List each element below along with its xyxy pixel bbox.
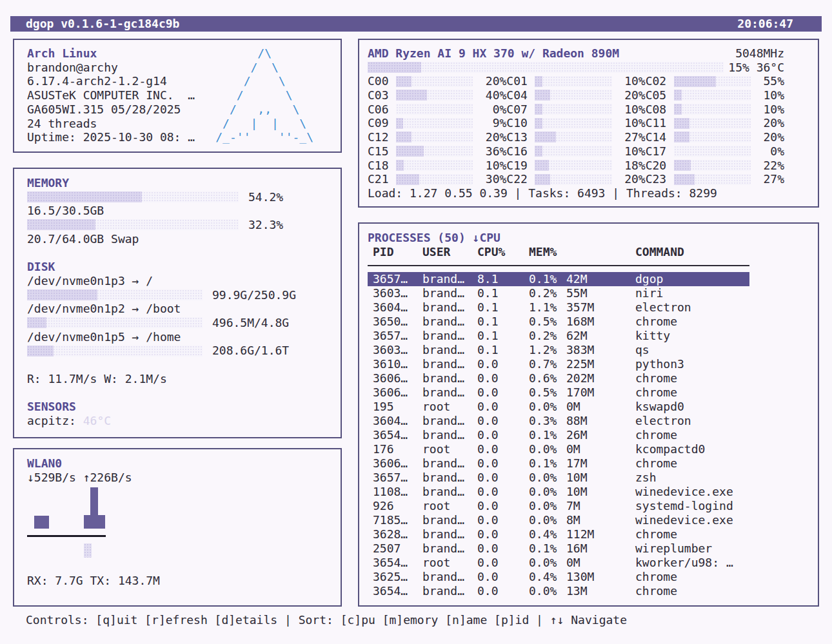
core-percent: 27% [755, 172, 784, 186]
process-row[interactable]: 3657…brand…0.00.0%10Mzsh [368, 471, 749, 485]
process-row[interactable]: 7185…brand…0.00.0%8Mwinedevice.exe [368, 513, 749, 527]
process-pid: 3654… [373, 428, 422, 442]
core-label: C14 [646, 130, 674, 144]
process-row[interactable]: 176root0.00.0%0Mkcompactd0 [368, 442, 749, 456]
process-row[interactable]: 3657…brand…0.10.2%62Mkitty [368, 329, 749, 343]
process-row[interactable]: 3610…brand…0.00.7%225Mpython3 [368, 357, 749, 371]
cpu-core-c15: C1536% [368, 144, 506, 159]
process-size: 202M [566, 371, 635, 385]
col-user: USER [422, 245, 477, 259]
process-row[interactable]: 3654…root0.00.0%0Mkworker/u98: … [368, 556, 749, 570]
process-command: chrome [635, 428, 749, 442]
process-row[interactable]: 1108…brand…0.00.0%10Mwinedevice.exe [368, 485, 749, 499]
core-label: C10 [506, 116, 535, 130]
process-user: root [422, 499, 477, 513]
core-usage-bar [396, 104, 473, 115]
core-label: C09 [368, 116, 396, 130]
process-user: brand… [422, 343, 477, 357]
process-rows: 3657…brand…8.10.1%42Mdgop3603…brand…0.10… [368, 272, 818, 598]
core-label: C16 [506, 144, 535, 159]
arch-logo-ascii: /\ / \ / \ / \ / ,, \ / | | \ /_-'' ''-_… [215, 46, 313, 144]
processes-heading: PROCESSES (50) ↓CPU [368, 231, 818, 245]
core-usage-fill [535, 76, 542, 87]
process-pid: 195 [373, 400, 422, 414]
disk-usage-bar [27, 346, 203, 356]
core-label: C03 [368, 88, 396, 102]
process-command: winedevice.exe [635, 485, 749, 499]
ram-usage-row: 54.2% [27, 190, 341, 204]
core-label: C22 [506, 172, 535, 186]
process-cpu: 0.0 [477, 428, 529, 442]
core-percent: 20% [477, 130, 506, 144]
core-usage-bar [535, 90, 611, 101]
swap-usage-bar [27, 219, 239, 230]
process-user: brand… [422, 428, 477, 442]
process-row[interactable]: 3604…brand…0.00.3%88Melectron [368, 414, 749, 428]
process-row[interactable]: 3606…brand…0.00.1%17Mchrome [368, 456, 749, 471]
process-command: kitty [635, 329, 749, 343]
process-row[interactable]: 3628…brand…0.00.4%112Mchrome [368, 527, 749, 542]
process-pid: 3606… [373, 385, 422, 400]
process-size: 55M [566, 286, 635, 300]
swap-usage-text: 20.7/64.0GB Swap [27, 232, 341, 246]
core-percent: 10% [755, 102, 784, 117]
process-mem: 0.4% [529, 570, 566, 584]
process-row[interactable]: 3657…brand…8.10.1%42Mdgop [368, 272, 749, 286]
titlebar: dgop v0.1.6-1-gc184c9b 20:06:47 [10, 16, 822, 32]
core-percent: 10% [477, 159, 506, 173]
process-user: brand… [422, 329, 477, 343]
process-row[interactable]: 3654…brand…0.00.0%13Mchrome [368, 584, 749, 598]
header-divider [368, 265, 749, 266]
process-command: systemd-logind [635, 499, 749, 513]
core-usage-bar [396, 118, 473, 129]
core-usage-bar [674, 132, 751, 142]
process-size: 10M [566, 485, 635, 499]
cpu-core-c08: C0810% [646, 102, 784, 117]
process-table-header: PID USER CPU% MEM% COMMAND [368, 245, 749, 259]
cpu-core-c17: C170% [646, 144, 784, 159]
system-panel: Arch Linux brandon@archy 6.17.4-arch2-1.… [13, 39, 342, 153]
process-row[interactable]: 926root0.00.0%7Msystemd-logind [368, 499, 749, 513]
process-size: 13M [566, 584, 635, 598]
core-percent: 40% [477, 88, 506, 102]
cpu-core-c05: C0510% [646, 88, 784, 102]
disk-device: /dev/nvme0n1p2 → /boot [27, 302, 341, 316]
process-user: brand… [422, 300, 477, 315]
process-row[interactable]: 3603…brand…0.11.2%383Mqs [368, 343, 749, 357]
cpu-core-c01: C0110% [506, 74, 645, 88]
process-size: 62M [566, 329, 635, 343]
process-command: wireplumber [635, 542, 749, 556]
core-percent: 0% [755, 144, 784, 159]
process-user: brand… [422, 315, 477, 329]
process-row[interactable]: 3625…brand…0.00.4%130Mchrome [368, 570, 749, 584]
core-usage-fill [674, 76, 717, 87]
process-row[interactable]: 195root0.00.0%0Mkswapd0 [368, 400, 749, 414]
cpu-core-c21: C2130% [368, 172, 506, 186]
core-usage-bar [674, 174, 751, 185]
process-pid: 926 [373, 499, 422, 513]
process-row[interactable]: 3654…brand…0.00.1%26Mchrome [368, 428, 749, 442]
core-usage-fill [674, 174, 695, 185]
process-command: winedevice.exe [635, 513, 749, 527]
process-mem: 0.5% [529, 385, 566, 400]
process-size: 112M [566, 527, 635, 542]
process-mem: 0.0% [529, 485, 566, 499]
core-usage-fill [535, 160, 548, 171]
process-cpu: 0.0 [477, 442, 529, 456]
core-usage-fill [535, 104, 542, 115]
core-usage-bar [674, 146, 751, 157]
process-row[interactable]: 2507brand…0.00.1%16Mwireplumber [368, 542, 749, 556]
sensor-value: 46°C [83, 414, 111, 427]
process-row[interactable]: 3604…brand…0.11.1%357Melectron [368, 300, 749, 315]
process-row[interactable]: 3603…brand…0.10.2%55Mniri [368, 286, 749, 300]
process-row[interactable]: 3606…brand…0.00.6%202Mchrome [368, 371, 749, 385]
process-row[interactable]: 3650…brand…0.10.5%168Mchrome [368, 315, 749, 329]
process-row[interactable]: 3606…brand…0.00.5%170Mchrome [368, 385, 749, 400]
cpu-core-c14: C1420% [646, 130, 784, 144]
process-command: niri [635, 286, 749, 300]
core-usage-fill [535, 132, 555, 142]
core-percent: 20% [616, 88, 646, 102]
process-mem: 0.4% [529, 527, 566, 542]
process-size: 0M [566, 442, 635, 456]
cpu-overall-percent-temp: 15% 36°C [728, 61, 784, 75]
